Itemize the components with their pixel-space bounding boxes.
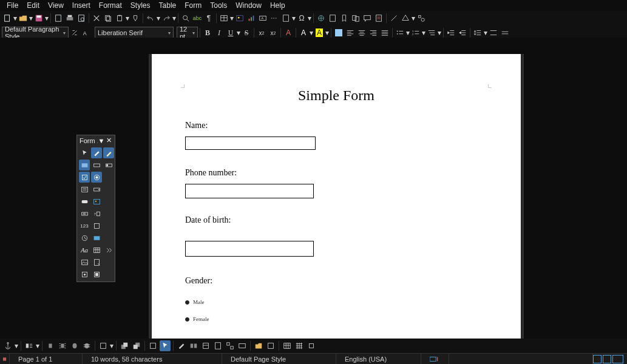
- paste-dropdown[interactable]: ▾: [126, 13, 129, 24]
- font-color-dropdown[interactable]: ▾: [310, 27, 313, 38]
- form-properties-button[interactable]: [200, 340, 211, 351]
- new-style-button[interactable]: A: [81, 27, 92, 38]
- underline-button[interactable]: U: [225, 27, 236, 38]
- multi-page-icon[interactable]: [603, 355, 611, 363]
- file-selection-control[interactable]: [91, 257, 102, 268]
- add-field-button[interactable]: [237, 340, 248, 351]
- phone-textbox[interactable]: [185, 184, 314, 198]
- footnote-button[interactable]: [327, 13, 338, 24]
- underline-dropdown[interactable]: ▾: [237, 27, 240, 38]
- insert-field-dropdown[interactable]: ▾: [292, 13, 296, 24]
- paste-button[interactable]: [114, 13, 125, 24]
- book-view-icon[interactable]: [612, 355, 623, 363]
- clone-format-button[interactable]: [130, 13, 141, 24]
- align-center-button[interactable]: [356, 27, 367, 38]
- draw-functions-button[interactable]: [416, 13, 427, 24]
- name-label[interactable]: Name:: [185, 121, 487, 130]
- insert-chart-button[interactable]: [246, 13, 257, 24]
- numeric-field-control[interactable]: 123: [79, 220, 90, 231]
- menu-window[interactable]: Window: [231, 1, 266, 10]
- number-list-dropdown[interactable]: ▾: [422, 27, 425, 38]
- border-button[interactable]: [147, 340, 158, 351]
- strike-button[interactable]: S: [241, 27, 252, 38]
- insert-textbox-button[interactable]: A: [257, 13, 268, 24]
- insert-image-button[interactable]: [234, 13, 245, 24]
- pushbutton-control[interactable]: [79, 196, 90, 207]
- close-icon[interactable]: ✕: [105, 136, 112, 144]
- undo-button[interactable]: [145, 13, 156, 24]
- position-size-button[interactable]: [282, 340, 293, 351]
- formatted-field-control[interactable]: ab: [79, 208, 90, 219]
- find-button[interactable]: [180, 13, 191, 24]
- radiobutton-control[interactable]: [91, 172, 102, 183]
- document-page[interactable]: Simple Form Name: Phone number: Date of …: [152, 54, 521, 339]
- highlight-dropdown[interactable]: ▾: [325, 27, 329, 38]
- outline-dropdown[interactable]: ▾: [438, 27, 441, 38]
- bold-button[interactable]: B: [202, 27, 213, 38]
- font-name-combo[interactable]: Liberation Serif ▾: [95, 27, 174, 39]
- wrap-optimal-button[interactable]: [69, 340, 80, 351]
- single-page-icon[interactable]: [593, 355, 602, 363]
- subscript-button[interactable]: x2: [268, 27, 279, 38]
- image-control[interactable]: [79, 257, 90, 268]
- hyperlink-button[interactable]: [316, 13, 327, 24]
- menu-styles[interactable]: Styles: [126, 1, 155, 10]
- copy-button[interactable]: [103, 13, 114, 24]
- nav-bar-control[interactable]: [103, 244, 114, 255]
- align-objects-dropdown[interactable]: ▾: [110, 340, 114, 351]
- form-design-button[interactable]: [176, 340, 187, 351]
- align-justify-button[interactable]: [379, 27, 390, 38]
- open-button[interactable]: [18, 13, 29, 24]
- print-button[interactable]: [64, 13, 75, 24]
- decrease-indent-button[interactable]: [457, 27, 468, 38]
- status-pagestyle[interactable]: Default Page Style: [222, 354, 336, 364]
- menu-insert[interactable]: Insert: [68, 1, 95, 10]
- open-dropdown[interactable]: ▾: [29, 13, 33, 24]
- status-insert-mode[interactable]: [421, 354, 449, 364]
- time-field-control[interactable]: [79, 232, 90, 243]
- wizard-button[interactable]: [103, 147, 114, 158]
- checkbox-control-alt[interactable]: [103, 160, 114, 170]
- spellcheck-button[interactable]: abc: [192, 13, 203, 24]
- superscript-button[interactable]: x2: [256, 27, 267, 38]
- cut-button[interactable]: [91, 13, 102, 24]
- insert-symbol-button[interactable]: Ω: [296, 13, 307, 24]
- form-controls-palette[interactable]: Form ... ▼ ✕ ab 7 123: [76, 135, 115, 282]
- shape-button[interactable]: [400, 13, 411, 24]
- select-object-button[interactable]: [160, 340, 171, 351]
- design-mode-button[interactable]: [91, 147, 102, 158]
- scrollbar-control[interactable]: [91, 269, 102, 280]
- insert-pagebreak-button[interactable]: [269, 13, 280, 24]
- bullet-list-button[interactable]: [395, 27, 405, 38]
- anchor-button[interactable]: [2, 340, 13, 351]
- outline-button[interactable]: [426, 27, 437, 38]
- font-color-button[interactable]: A: [298, 27, 309, 38]
- menu-file[interactable]: File: [2, 1, 22, 10]
- menu-edit[interactable]: Edit: [22, 1, 44, 10]
- menu-tools[interactable]: Tools: [206, 1, 231, 10]
- document-title[interactable]: Simple Form: [152, 87, 521, 104]
- control-properties-button[interactable]: [188, 340, 199, 351]
- phone-label[interactable]: Phone number:: [185, 168, 487, 178]
- menu-form[interactable]: Form: [180, 1, 206, 10]
- select-tool[interactable]: [79, 147, 90, 158]
- wrap-button[interactable]: [24, 340, 35, 351]
- font-size-combo[interactable]: 12 pt ▾: [177, 27, 198, 39]
- guides-button[interactable]: [306, 340, 317, 351]
- export-pdf-button[interactable]: [53, 13, 64, 24]
- save-button[interactable]: [33, 13, 44, 24]
- currency-field-control[interactable]: [91, 220, 102, 231]
- menu-help[interactable]: Help: [266, 1, 290, 10]
- insert-table-dropdown[interactable]: ▾: [230, 13, 234, 24]
- wrap-page-button[interactable]: [57, 340, 68, 351]
- to-front-button[interactable]: [119, 340, 130, 351]
- insert-field-button[interactable]: [280, 13, 291, 24]
- save-dropdown[interactable]: ▾: [45, 13, 49, 24]
- activation-order-button[interactable]: [225, 340, 236, 351]
- status-wordcount[interactable]: 10 words, 58 characters: [83, 354, 222, 364]
- undo-dropdown[interactable]: ▾: [157, 13, 160, 24]
- to-back-button[interactable]: [131, 340, 142, 351]
- line-spacing-button[interactable]: [472, 27, 483, 38]
- line-button[interactable]: [388, 13, 399, 24]
- spin-control[interactable]: [79, 269, 90, 280]
